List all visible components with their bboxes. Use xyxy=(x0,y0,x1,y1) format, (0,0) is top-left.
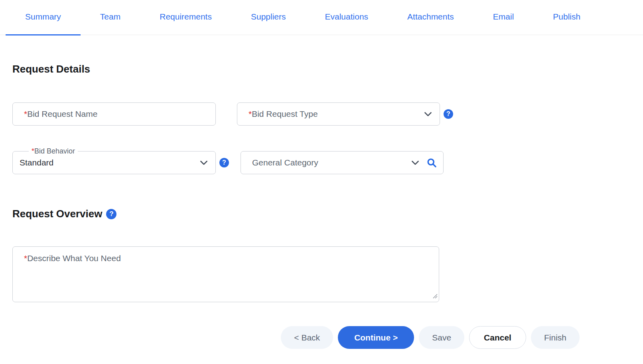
magnifier-icon[interactable] xyxy=(426,157,437,168)
bid-behavior-label: *Bid Behavior xyxy=(29,147,78,155)
tab-attachments[interactable]: Attachments xyxy=(388,12,473,35)
bid-behavior-select[interactable]: *Bid Behavior Standard xyxy=(12,151,216,174)
save-button[interactable]: Save xyxy=(419,326,464,349)
request-details-row-1: *Bid Request Name *Bid Request Type ? xyxy=(12,102,643,126)
chevron-down-icon[interactable] xyxy=(422,108,434,120)
bid-request-name-input[interactable]: *Bid Request Name xyxy=(12,102,216,126)
request-overview-help-icon[interactable]: ? xyxy=(106,209,116,219)
describe-placeholder: Describe What You Need xyxy=(27,254,121,263)
request-details-row-2: *Bid Behavior Standard ? General Categor… xyxy=(12,151,643,174)
bid-behavior-label-text: Bid Behavior xyxy=(34,147,75,155)
chevron-down-icon[interactable] xyxy=(198,157,209,168)
request-details-heading: Request Details xyxy=(12,63,643,75)
required-asterisk: * xyxy=(32,147,34,155)
tab-team[interactable]: Team xyxy=(81,12,140,35)
back-button[interactable]: < Back xyxy=(281,326,333,349)
bid-request-type-placeholder: Bid Request Type xyxy=(252,109,318,119)
bid-behavior-value: Standard xyxy=(13,158,53,167)
required-asterisk: * xyxy=(24,254,27,263)
request-overview-title: Request Overview xyxy=(12,208,102,220)
bid-request-type-select[interactable]: *Bid Request Type xyxy=(237,102,440,126)
bid-request-name-placeholder: Bid Request Name xyxy=(27,109,97,119)
action-button-row: < Back Continue > Save Cancel Finish xyxy=(0,326,643,349)
bid-request-type-help-icon[interactable]: ? xyxy=(444,109,453,119)
required-asterisk: * xyxy=(24,109,27,119)
chevron-down-icon[interactable] xyxy=(410,157,421,168)
tab-requirements[interactable]: Requirements xyxy=(140,12,231,35)
cancel-button[interactable]: Cancel xyxy=(469,326,526,349)
tab-suppliers[interactable]: Suppliers xyxy=(231,12,306,35)
request-details-title: Request Details xyxy=(12,63,90,75)
tab-publish[interactable]: Publish xyxy=(533,12,600,35)
required-asterisk: * xyxy=(249,109,252,119)
tab-evaluations[interactable]: Evaluations xyxy=(306,12,388,35)
finish-button[interactable]: Finish xyxy=(531,326,580,349)
tab-bar: Summary Team Requirements Suppliers Eval… xyxy=(0,0,643,35)
request-overview-heading: Request Overview ? xyxy=(12,208,643,220)
describe-what-you-need-textarea[interactable]: *Describe What You Need xyxy=(12,246,439,302)
bid-behavior-help-icon[interactable]: ? xyxy=(219,158,229,167)
tab-summary[interactable]: Summary xyxy=(6,12,81,35)
tab-email[interactable]: Email xyxy=(473,12,534,35)
general-category-placeholder: General Category xyxy=(252,158,318,167)
continue-button[interactable]: Continue > xyxy=(338,326,414,349)
general-category-select[interactable]: General Category xyxy=(241,151,444,174)
textarea-resize-handle[interactable] xyxy=(432,291,438,301)
